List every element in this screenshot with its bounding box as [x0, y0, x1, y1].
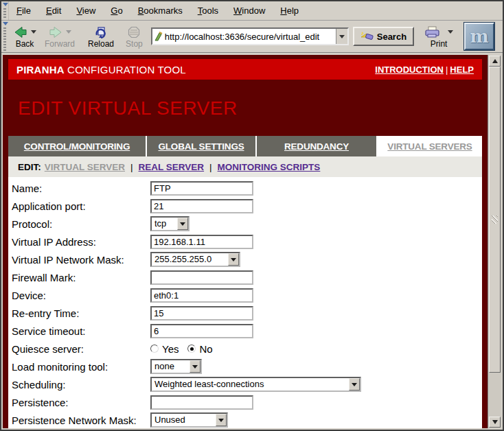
menu-go[interactable]: Go	[103, 5, 130, 16]
help-link[interactable]: HELP	[450, 65, 474, 75]
dropdown-arrow-icon	[216, 414, 227, 426]
menu-bar: File Edit View Go Bookmarks Tools Window…	[1, 1, 503, 21]
introduction-link[interactable]: INTRODUCTION	[375, 65, 444, 75]
subnav-monitoring-scripts-link[interactable]: MONITORING SCRIPTS	[218, 162, 321, 172]
quiesce-no-radio[interactable]	[187, 345, 196, 353]
protocol-select-value: tcp	[152, 218, 177, 230]
virtual-server-form: Name: Application port: Protocol: tcp Vi…	[8, 177, 482, 428]
name-label: Name:	[12, 183, 150, 194]
menu-file[interactable]: File	[9, 5, 38, 16]
app-title-rest: CONFIGURATION TOOL	[65, 64, 186, 75]
stop-icon	[128, 26, 140, 38]
menu-help[interactable]: Help	[273, 5, 306, 16]
persistence-label: Persistence:	[12, 397, 150, 408]
thumb-grip-icon	[492, 216, 498, 224]
load-monitoring-select[interactable]: none	[150, 359, 202, 374]
subnav-separator: |	[204, 162, 218, 172]
collapse-arrow-icon	[3, 3, 8, 6]
back-button[interactable]: Back	[10, 23, 40, 50]
dropdown-arrow-icon	[190, 360, 201, 373]
print-button[interactable]: Print	[421, 23, 457, 50]
protocol-select[interactable]: tcp	[150, 216, 190, 231]
scheduling-label: Scheduling:	[12, 379, 150, 391]
collapse-arrow-icon	[3, 22, 8, 25]
menu-window[interactable]: Window	[226, 5, 273, 16]
tab-redundancy[interactable]: REDUNDANCY	[257, 136, 376, 156]
persistence-input[interactable]	[150, 395, 253, 410]
subnav-real-server-link[interactable]: REAL SERVER	[139, 162, 205, 172]
tab-virtual-servers[interactable]: VIRTUAL SERVERS	[378, 136, 482, 156]
service-timeout-input[interactable]	[150, 324, 253, 338]
form-row: Scheduling: Weighted least-connections	[8, 375, 482, 393]
search-flashlight-icon	[360, 31, 374, 42]
load-monitoring-label: Load monitoring tool:	[12, 361, 150, 373]
edit-subnav: EDIT: VIRTUAL SERVER | REAL SERVER | MON…	[8, 156, 482, 177]
search-button[interactable]: Search	[353, 27, 414, 46]
quiesce-no-label: No	[199, 343, 212, 355]
radio-dot-icon	[190, 347, 194, 351]
form-row: Persistence Network Mask: Unused	[8, 411, 482, 428]
toolbar-grip[interactable]	[1, 21, 9, 52]
arrow-up-icon	[492, 59, 498, 63]
reload-label: Reload	[88, 40, 114, 49]
virtual-ip-input[interactable]	[150, 235, 253, 249]
device-input[interactable]	[150, 288, 253, 303]
name-input[interactable]	[150, 181, 253, 196]
reload-button[interactable]: Reload	[84, 23, 117, 50]
persistence-mask-select[interactable]: Unused	[150, 412, 228, 428]
dropdown-arrow-icon	[349, 378, 360, 391]
form-row: Service timeout:	[8, 322, 482, 340]
scheduling-select[interactable]: Weighted least-connections	[150, 377, 361, 392]
back-dropdown-icon[interactable]	[31, 30, 36, 34]
piranha-page: PIRANHA CONFIGURATION TOOL INTRODUCTION|…	[3, 55, 488, 428]
menu-tools[interactable]: Tools	[190, 5, 226, 16]
print-dropdown-icon[interactable]	[448, 30, 453, 34]
forward-label: Forward	[45, 40, 75, 49]
page-title: EDIT VIRTUAL SERVER	[8, 80, 482, 119]
reload-icon	[94, 26, 108, 38]
protocol-label: Protocol:	[12, 218, 150, 230]
form-row: Re-entry Time:	[8, 304, 482, 322]
scroll-up-button[interactable]	[489, 56, 501, 67]
scrollbar-thumb[interactable]	[489, 67, 501, 373]
form-row: Protocol: tcp	[8, 215, 482, 233]
subnav-virtual-server: VIRTUAL SERVER	[45, 162, 125, 172]
reentry-time-input[interactable]	[150, 306, 253, 321]
search-label: Search	[377, 32, 406, 42]
mozilla-logo-button[interactable]: m	[464, 23, 494, 50]
url-page-icon	[154, 32, 163, 41]
application-port-input[interactable]	[150, 199, 253, 213]
menu-bookmarks[interactable]: Bookmarks	[130, 5, 190, 16]
url-bar	[151, 27, 349, 45]
main-tabs: CONTROL/MONITORING GLOBAL SETTINGS REDUN…	[8, 136, 482, 156]
back-icon	[13, 26, 28, 38]
scroll-down-button[interactable]	[489, 417, 501, 428]
grip-dots-icon	[3, 27, 6, 51]
service-timeout-label: Service timeout:	[12, 325, 150, 337]
browser-viewport: PIRANHA CONFIGURATION TOOL INTRODUCTION|…	[3, 55, 501, 428]
tab-global-settings[interactable]: GLOBAL SETTINGS	[147, 136, 255, 156]
form-row: Application port:	[8, 197, 482, 215]
piranha-header-bar: PIRANHA CONFIGURATION TOOL INTRODUCTION|…	[8, 59, 482, 80]
form-row: Persistence:	[8, 393, 482, 411]
navigation-toolbar: Back Forward Reload	[1, 21, 503, 53]
persistence-mask-select-value: Unused	[152, 414, 216, 426]
forward-button[interactable]: Forward	[41, 23, 78, 50]
quiesce-yes-radio[interactable]	[150, 345, 159, 353]
url-history-dropdown[interactable]	[336, 29, 347, 44]
persistence-mask-label: Persistence Network Mask:	[12, 415, 150, 426]
tab-control-monitoring[interactable]: CONTROL/MONITORING	[8, 136, 146, 156]
menu-view[interactable]: View	[69, 5, 103, 16]
virtual-ip-mask-select[interactable]: 255.255.255.0	[150, 252, 240, 267]
edit-prefix: EDIT:	[18, 162, 41, 172]
device-label: Device:	[12, 290, 150, 301]
mozilla-logo-icon: m	[470, 27, 489, 45]
vertical-scrollbar[interactable]	[488, 55, 501, 428]
forward-dropdown-icon	[66, 30, 71, 34]
menubar-grip[interactable]	[1, 1, 9, 20]
menu-edit[interactable]: Edit	[38, 5, 69, 16]
firewall-mark-input[interactable]	[150, 270, 253, 285]
grip-dots-icon	[3, 8, 6, 19]
url-input[interactable]	[165, 32, 336, 42]
stop-button[interactable]: Stop	[122, 23, 146, 50]
